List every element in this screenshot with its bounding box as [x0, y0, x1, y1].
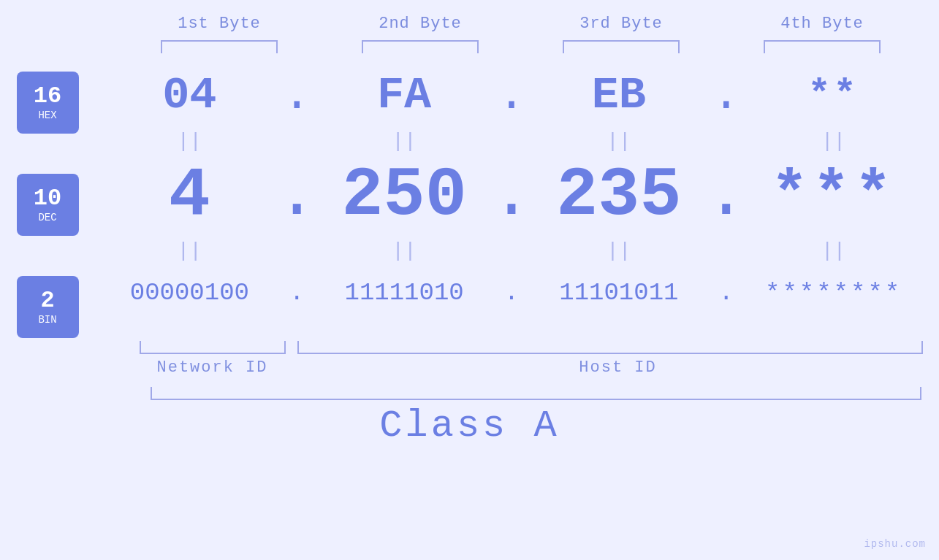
full-bottom-bracket: [151, 387, 921, 400]
bracket-cell-1: [119, 40, 320, 53]
hex-b4: **: [745, 74, 923, 117]
hex-row: 04 . FA . EB . **: [101, 64, 923, 126]
bin-sep-1: .: [278, 279, 315, 307]
labels-column: 16 HEX 10 DEC 2 BIN: [17, 72, 79, 338]
watermark: ipshu.com: [864, 538, 926, 550]
byte-headers: 1st Byte 2nd Byte 3rd Byte 4th Byte: [119, 15, 923, 33]
hex-sep-3: .: [708, 69, 745, 123]
hex-b2: FA: [315, 69, 493, 121]
eq1-b2: ||: [315, 130, 493, 153]
dec-sep-2: .: [493, 156, 530, 235]
bin-b1: 00000100: [101, 279, 279, 307]
equals-row-1: || || || ||: [101, 126, 923, 156]
equals-row-2: || || || ||: [101, 236, 923, 265]
bottom-bracket-network: [140, 341, 286, 354]
dec-badge: 10 DEC: [17, 174, 79, 236]
hex-badge: 16 HEX: [17, 72, 79, 134]
hex-sep-1: .: [278, 69, 315, 123]
class-a-label: Class A: [17, 404, 923, 448]
bracket-cell-3: [521, 40, 722, 53]
top-bracket-4: [764, 40, 881, 53]
byte2-header: 2nd Byte: [320, 15, 521, 33]
eq2-b2: ||: [315, 239, 493, 262]
network-id-label: Network ID: [119, 358, 306, 377]
dec-b2: 250: [315, 156, 493, 235]
eq2-b4: ||: [745, 239, 923, 262]
byte1-header: 1st Byte: [119, 15, 320, 33]
dec-row: 4 . 250 . 235 . ***: [101, 156, 923, 236]
bin-b4: ********: [745, 279, 923, 307]
eq1-b3: ||: [530, 130, 708, 153]
top-bracket-1: [161, 40, 278, 53]
eq1-b4: ||: [745, 130, 923, 153]
top-bracket-2: [362, 40, 479, 53]
dec-b3: 235: [530, 156, 708, 235]
bracket-cell-2: [320, 40, 521, 53]
bracket-cell-4: [722, 40, 923, 53]
top-bracket-3: [563, 40, 680, 53]
values-grid: 04 . FA . EB . ** || || || || 4 .: [101, 64, 923, 320]
byte4-header: 4th Byte: [722, 15, 923, 33]
eq1-b1: ||: [101, 130, 279, 153]
bin-b3: 11101011: [530, 279, 708, 307]
host-id-label: Host ID: [313, 358, 923, 377]
dec-sep-3: .: [708, 156, 745, 235]
bottom-labels-row: Network ID Host ID: [119, 358, 923, 377]
eq2-b1: ||: [101, 239, 279, 262]
bottom-bracket-host: [297, 341, 923, 354]
main-container: 1st Byte 2nd Byte 3rd Byte 4th Byte 16 H…: [0, 0, 939, 560]
dec-b1: 4: [101, 156, 279, 235]
bin-badge: 2 BIN: [17, 276, 79, 338]
hex-b1: 04: [101, 69, 279, 121]
bin-sep-3: .: [708, 279, 745, 307]
hex-sep-2: .: [493, 69, 530, 123]
bin-row: 00000100 . 11111010 . 11101011 . *******…: [101, 265, 923, 320]
top-brackets: [119, 40, 923, 53]
eq2-b3: ||: [530, 239, 708, 262]
bin-b2: 11111010: [315, 279, 493, 307]
bottom-brackets-row: [119, 341, 923, 354]
byte3-header: 3rd Byte: [521, 15, 722, 33]
bin-sep-2: .: [493, 279, 530, 307]
dec-sep-1: .: [278, 156, 315, 235]
dec-b4: ***: [745, 161, 923, 231]
hex-b3: EB: [530, 69, 708, 121]
content-area: 16 HEX 10 DEC 2 BIN 04 . FA . EB . **: [17, 64, 923, 338]
